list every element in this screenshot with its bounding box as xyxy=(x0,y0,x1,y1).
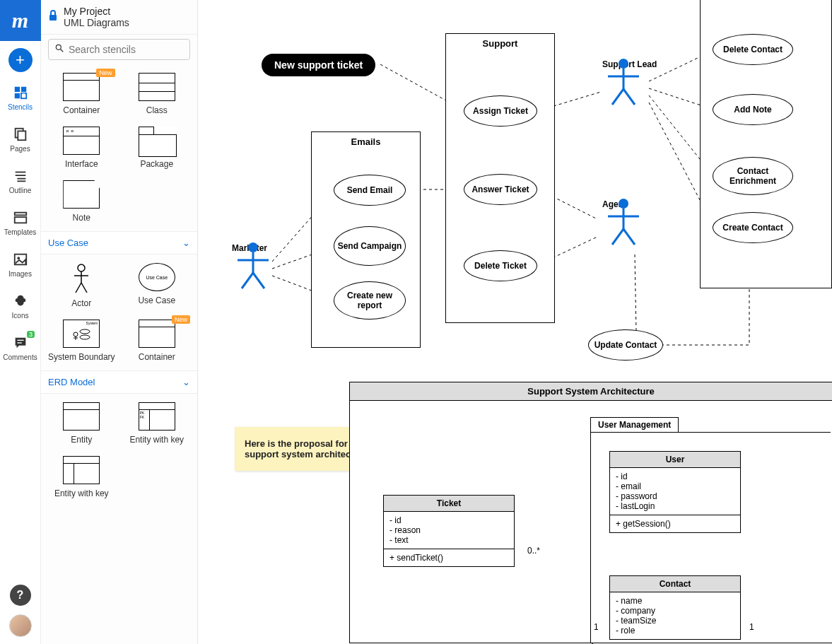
add-button[interactable]: + xyxy=(8,48,33,72)
svg-text:T: T xyxy=(22,93,25,98)
stencil-entity-key-2[interactable]: Entity with key xyxy=(45,452,118,503)
panel-header: My Project UML Diagrams xyxy=(41,0,197,35)
svg-line-24 xyxy=(81,283,87,293)
usecase-add-note[interactable]: Add Note xyxy=(713,94,793,125)
stencil-actor[interactable]: Actor xyxy=(45,259,118,312)
section-usecase[interactable]: Use Case ⌄ xyxy=(41,231,197,254)
new-tag: New xyxy=(172,315,190,324)
outline-icon xyxy=(13,168,28,184)
class-ticket[interactable]: Ticket - id - reason - text + sendTicket… xyxy=(383,495,515,567)
templates-icon xyxy=(13,210,28,226)
svg-point-46 xyxy=(248,242,258,252)
svg-point-28 xyxy=(80,329,90,334)
search-input[interactable] xyxy=(69,44,192,55)
svg-point-51 xyxy=(619,59,628,69)
svg-rect-0 xyxy=(14,87,19,92)
usecase-update-contact[interactable]: Update Contact xyxy=(588,329,663,361)
svg-point-18 xyxy=(56,45,61,49)
stencil-entity-key[interactable]: PKFK Entity with key xyxy=(121,398,194,449)
search-icon xyxy=(54,43,64,56)
multiplicity: 0..* xyxy=(527,546,540,556)
project-name: My Project xyxy=(64,6,129,17)
document-name: UML Diagrams xyxy=(64,17,129,28)
chevron-down-icon: ⌄ xyxy=(182,238,190,248)
usecase-contact-enrichment[interactable]: Contact Enrichment xyxy=(713,157,793,195)
usecase-create-report[interactable]: Create new report xyxy=(334,281,406,320)
svg-line-50 xyxy=(253,273,264,288)
stencil-container[interactable]: New Container xyxy=(45,69,118,119)
usecase-create-contact[interactable]: Create Contact xyxy=(713,212,793,243)
svg-rect-2 xyxy=(14,93,19,98)
rail-templates[interactable]: Templates xyxy=(0,207,40,239)
svg-point-29 xyxy=(80,335,90,339)
multiplicity: 1 xyxy=(594,622,599,632)
svg-point-25 xyxy=(74,332,78,336)
diagram-canvas[interactable]: New support ticket Emails Send Email Sen… xyxy=(198,0,832,644)
search-box[interactable] xyxy=(48,39,190,60)
stencil-class[interactable]: Class xyxy=(121,69,194,119)
user-avatar[interactable] xyxy=(9,614,32,637)
rail-stencils[interactable]: T Stencils xyxy=(0,82,40,114)
stencil-entity[interactable]: Entity xyxy=(45,398,118,449)
stencil-system-boundary[interactable]: System System Boundary xyxy=(45,315,118,366)
comment-pill[interactable]: New support ticket xyxy=(262,54,375,76)
rail-pages[interactable]: Pages xyxy=(0,124,40,156)
help-button[interactable]: ? xyxy=(10,585,31,606)
new-tag: New xyxy=(96,69,115,77)
usecase-answer-ticket[interactable]: Answer Ticket xyxy=(464,174,537,205)
rail-outline[interactable]: Outline xyxy=(0,165,40,197)
multiplicity: 1 xyxy=(749,622,754,632)
svg-line-59 xyxy=(612,229,623,245)
svg-point-56 xyxy=(619,199,628,209)
lock-icon xyxy=(48,10,58,24)
svg-point-20 xyxy=(78,264,85,271)
svg-rect-1 xyxy=(20,87,25,92)
stencil-note[interactable]: Note xyxy=(45,176,118,227)
svg-line-49 xyxy=(242,273,253,288)
svg-line-55 xyxy=(623,89,635,105)
stencil-package[interactable]: Package xyxy=(121,122,194,173)
rail-comments[interactable]: 3 Comments xyxy=(0,332,40,364)
stencil-empty xyxy=(121,176,194,227)
usecase-send-email[interactable]: Send Email xyxy=(334,175,406,206)
usecase-send-campaign[interactable]: Send Campaign xyxy=(334,226,406,266)
actor-marketer[interactable]: Marketer xyxy=(232,240,267,253)
svg-rect-6 xyxy=(18,131,25,140)
stencil-usecase[interactable]: Use CaseUse Case xyxy=(121,259,194,312)
comments-icon xyxy=(13,335,28,351)
stencil-interface[interactable]: Interface xyxy=(45,122,118,173)
usecase-delete-ticket[interactable]: Delete Ticket xyxy=(464,250,537,281)
comments-badge: 3 xyxy=(27,331,35,338)
stencil-container-2[interactable]: New Container xyxy=(121,315,194,366)
rail-icons[interactable]: Icons xyxy=(0,291,40,322)
svg-line-19 xyxy=(61,49,64,52)
svg-line-60 xyxy=(623,229,635,245)
pages-icon xyxy=(13,127,28,142)
svg-rect-17 xyxy=(49,15,57,21)
svg-rect-12 xyxy=(14,217,26,223)
icons-icon xyxy=(13,293,28,309)
svg-point-14 xyxy=(17,257,20,259)
chevron-down-icon: ⌄ xyxy=(182,377,190,387)
usecase-delete-contact[interactable]: Delete Contact xyxy=(713,34,793,65)
actor-agent[interactable]: Agent xyxy=(602,197,626,209)
section-erd[interactable]: ERD Model ⌄ xyxy=(41,370,197,394)
rail-images[interactable]: Images xyxy=(0,249,40,281)
images-icon xyxy=(13,252,28,267)
svg-line-54 xyxy=(612,89,623,105)
stencils-icon: T xyxy=(13,85,28,100)
class-user[interactable]: User - id - email - password - lastLogin… xyxy=(609,451,741,533)
actor-support-lead[interactable]: Support Lead xyxy=(602,57,657,69)
svg-rect-11 xyxy=(14,213,26,216)
app-logo[interactable]: m xyxy=(0,0,41,41)
svg-line-23 xyxy=(76,283,81,293)
class-contact[interactable]: Contact - name - company - teamSize - ro… xyxy=(609,575,741,640)
usecase-assign-ticket[interactable]: Assign Ticket xyxy=(464,95,537,127)
svg-line-42 xyxy=(635,254,636,332)
